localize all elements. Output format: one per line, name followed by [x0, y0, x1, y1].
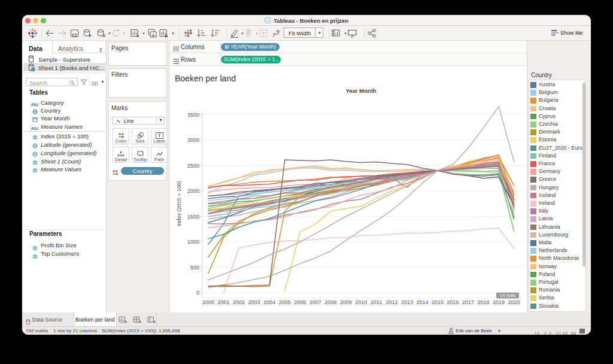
svg-text:2015: 2015: [432, 299, 444, 305]
svg-text:2005: 2005: [279, 299, 291, 305]
svg-text:2000: 2000: [187, 188, 199, 194]
svg-text:2003: 2003: [248, 299, 260, 305]
svg-text:2017: 2017: [462, 299, 474, 305]
svg-text:2013: 2013: [401, 299, 413, 305]
svg-text:2010: 2010: [355, 299, 367, 305]
svg-text:2019: 2019: [493, 299, 505, 305]
svg-text:Year Month: Year Month: [345, 87, 376, 94]
svg-text:2020: 2020: [508, 299, 520, 305]
svg-text:T: T: [262, 31, 265, 37]
svg-text:2001: 2001: [217, 299, 229, 305]
svg-text:14 nulls: 14 nulls: [500, 293, 515, 298]
svg-text:2000: 2000: [202, 299, 214, 305]
svg-text:1500: 1500: [187, 214, 199, 220]
svg-text:2007: 2007: [309, 299, 321, 305]
svg-text:0: 0: [196, 290, 199, 296]
svg-text:500: 500: [190, 265, 199, 271]
svg-text:3000: 3000: [187, 137, 199, 143]
svg-text:1000: 1000: [187, 239, 199, 245]
svg-text:3500: 3500: [187, 112, 199, 118]
svg-text:2011: 2011: [371, 299, 382, 305]
svg-text:2500: 2500: [187, 163, 199, 169]
svg-text:2004: 2004: [263, 299, 275, 305]
svg-text:Index (2015 = 100): Index (2015 = 100): [176, 181, 182, 226]
svg-text:2012: 2012: [386, 299, 397, 305]
svg-text:2006: 2006: [294, 299, 306, 305]
svg-text:2009: 2009: [340, 299, 352, 305]
svg-text:2014: 2014: [416, 299, 428, 305]
svg-text:2008: 2008: [324, 299, 336, 305]
svg-text:2002: 2002: [233, 299, 245, 305]
svg-text:2016: 2016: [447, 299, 459, 305]
svg-text:2018: 2018: [477, 299, 489, 305]
